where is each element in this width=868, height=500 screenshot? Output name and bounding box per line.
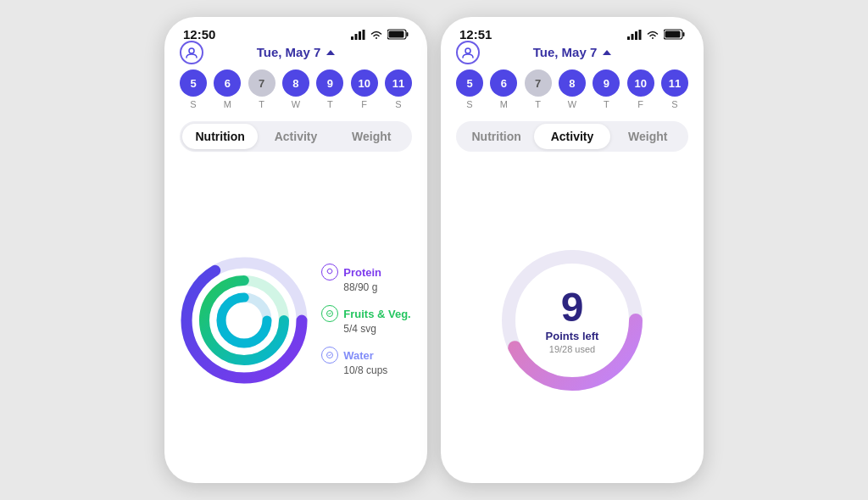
- protein-legend-item: Protein 88/90 g: [321, 264, 410, 293]
- day-item-fri1[interactable]: 10 F: [351, 69, 378, 109]
- right-battery-icon: [664, 29, 685, 40]
- tab-nutrition-left[interactable]: Nutrition: [182, 124, 258, 149]
- tab-weight-left[interactable]: Weight: [334, 124, 409, 149]
- right-user-icon: [462, 47, 474, 58]
- water-label: Water: [343, 349, 374, 362]
- right-day-item-mon[interactable]: 6 M: [490, 69, 517, 109]
- tab-activity-left[interactable]: Activity: [258, 124, 333, 149]
- day-item-wed1[interactable]: 8 W: [282, 69, 309, 109]
- right-day-num-10: 10: [627, 69, 654, 97]
- right-day-item-fri[interactable]: 10 F: [627, 69, 654, 109]
- protein-label: Protein: [343, 266, 381, 279]
- points-center-text: 9 Points left 19/28 used: [546, 286, 599, 353]
- day-num-9: 9: [316, 69, 343, 97]
- nutrition-rings: [181, 257, 308, 384]
- water-svg-icon: [326, 351, 334, 359]
- right-day-letter-t2: T: [604, 99, 609, 109]
- water-value: 10/8 cups: [343, 364, 410, 376]
- right-day-num-11: 11: [661, 69, 688, 97]
- svg-point-23: [465, 48, 470, 53]
- left-phone-screen: 12:50: [164, 17, 427, 483]
- right-day-num-9: 9: [593, 69, 620, 97]
- svg-rect-22: [665, 31, 681, 38]
- right-tabs-row: Nutrition Activity Weight: [456, 121, 688, 152]
- tab-weight-right[interactable]: Weight: [610, 124, 686, 149]
- day-letter-t1: T: [259, 99, 264, 109]
- screens-container: 12:50: [147, 0, 721, 500]
- protein-icon: [321, 264, 338, 281]
- svg-rect-16: [627, 36, 630, 40]
- right-day-num-8: 8: [559, 69, 586, 97]
- right-day-item-sun[interactable]: 5 S: [456, 69, 483, 109]
- right-day-letter-w: W: [568, 99, 576, 109]
- svg-rect-6: [389, 31, 404, 38]
- right-screen-content: Tue, May 7 5 S 6 M 7 T 8: [441, 45, 704, 483]
- left-date-text: Tue, May 7: [257, 45, 321, 59]
- day-letter-s2: S: [395, 99, 401, 109]
- protein-title-row: Protein: [321, 264, 410, 281]
- day-item-mon1[interactable]: 6 M: [214, 69, 241, 109]
- right-signal-icon: [627, 30, 642, 40]
- right-chevron-up-icon: [603, 50, 611, 55]
- day-letter-s1: S: [190, 99, 196, 109]
- tab-activity-right[interactable]: Activity: [534, 124, 609, 149]
- left-chevron-up-icon: [326, 50, 335, 55]
- right-day-letter-m: M: [500, 99, 508, 109]
- tab-nutrition-right[interactable]: Nutrition: [459, 124, 534, 149]
- protein-value: 88/90 g: [343, 281, 410, 293]
- svg-rect-3: [363, 30, 365, 40]
- left-status-icons: [351, 29, 409, 40]
- points-number: 9: [546, 286, 599, 327]
- svg-rect-5: [407, 32, 409, 36]
- right-day-item-wed[interactable]: 8 W: [559, 69, 586, 109]
- wifi-icon: [370, 30, 383, 40]
- right-day-item-tue[interactable]: 7 T: [525, 69, 552, 109]
- left-date-label[interactable]: Tue, May 7: [257, 45, 336, 59]
- fruits-label: Fruits & Veg.: [343, 308, 410, 320]
- right-status-bar: 12:51: [441, 17, 704, 45]
- right-phone-screen: 12:51: [441, 17, 704, 483]
- day-item-tue1[interactable]: 7 T: [248, 69, 275, 109]
- ring-center: [229, 305, 259, 336]
- protein-svg-icon: [326, 268, 334, 276]
- activity-points-content: 9 Points left 19/28 used: [456, 165, 688, 475]
- fruits-title-row: Fruits & Veg.: [321, 305, 410, 322]
- right-day-num-5: 5: [456, 69, 483, 97]
- svg-rect-1: [355, 34, 358, 40]
- svg-rect-2: [359, 31, 361, 40]
- day-num-8: 8: [282, 69, 309, 97]
- right-day-item-sat[interactable]: 11 S: [661, 69, 688, 109]
- right-date-text: Tue, May 7: [533, 45, 598, 59]
- right-header-row: Tue, May 7: [456, 45, 688, 59]
- left-status-time: 12:50: [183, 27, 215, 42]
- right-profile-icon[interactable]: [456, 41, 480, 64]
- fruits-value: 5/4 svg: [343, 323, 410, 335]
- signal-icon: [351, 30, 365, 40]
- right-wifi-icon: [646, 30, 659, 40]
- day-letter-w1: W: [292, 99, 300, 109]
- right-status-time: 12:51: [459, 27, 492, 42]
- left-status-bar: 12:50: [164, 17, 427, 45]
- day-item-thu1[interactable]: 9 T: [316, 69, 343, 109]
- left-week-row: 5 S 6 M 7 T 8 W 9 T: [180, 69, 412, 109]
- left-profile-icon[interactable]: [180, 41, 203, 64]
- svg-rect-17: [632, 34, 634, 40]
- left-header-row: Tue, May 7: [180, 45, 412, 59]
- water-icon: [321, 347, 338, 364]
- day-item-sat1[interactable]: 11 S: [385, 69, 412, 109]
- svg-rect-21: [683, 32, 685, 36]
- svg-rect-0: [351, 36, 353, 40]
- right-date-label[interactable]: Tue, May 7: [533, 45, 612, 59]
- water-title-row: Water: [321, 347, 410, 364]
- nutrition-content: Protein 88/90 g Fruits: [180, 165, 412, 475]
- day-num-11: 11: [385, 69, 412, 97]
- day-num-6: 6: [214, 69, 241, 97]
- day-num-10: 10: [351, 69, 378, 97]
- day-item-sun1[interactable]: 5 S: [180, 69, 207, 109]
- day-letter-m1: M: [224, 99, 231, 109]
- day-num-5: 5: [180, 69, 207, 97]
- svg-point-7: [189, 48, 194, 53]
- right-day-item-thu[interactable]: 9 T: [593, 69, 620, 109]
- points-ring-container: 9 Points left 19/28 used: [496, 244, 648, 397]
- points-label: Points left: [546, 329, 599, 342]
